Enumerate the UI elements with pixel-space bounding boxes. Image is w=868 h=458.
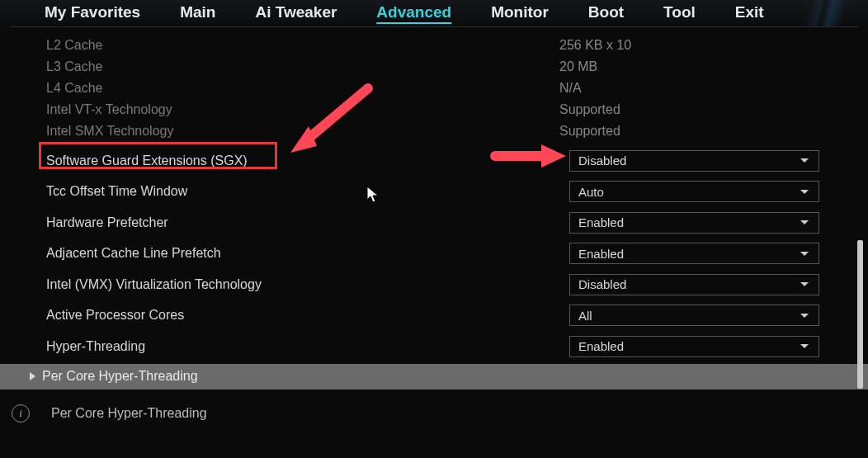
nav-main[interactable]: Main (160, 3, 235, 21)
nav-exit[interactable]: Exit (715, 3, 784, 21)
help-bar: i Per Core Hyper-Threading (0, 390, 868, 423)
info-label: L2 Cache (46, 38, 559, 53)
setting-label: Adjacent Cache Line Prefetch (46, 246, 569, 261)
nav-boot[interactable]: Boot (568, 3, 644, 21)
info-label: Intel VT-x Technology (46, 102, 559, 117)
dropdown-value: Disabled (578, 277, 626, 291)
nav-ai-tweaker[interactable]: Ai Tweaker (235, 3, 356, 21)
setting-label: Active Processor Cores (46, 308, 569, 323)
info-value: Supported (559, 102, 620, 117)
chevron-down-icon (800, 282, 809, 286)
content-area: L2 Cache 256 KB x 10 L3 Cache 20 MB L4 C… (0, 30, 868, 423)
dropdown-value: All (578, 309, 592, 323)
info-value: 256 KB x 10 (559, 38, 631, 53)
info-label: L4 Cache (46, 81, 559, 96)
info-value: N/A (559, 81, 582, 96)
setting-adj-cache: Adjacent Cache Line Prefetch Enabled (0, 238, 868, 270)
setting-label: Hyper-Threading (46, 339, 569, 354)
setting-label: Intel (VMX) Virtualization Technology (46, 277, 569, 292)
nav-monitor[interactable]: Monitor (471, 3, 568, 21)
submenu-per-core-ht[interactable]: Per Core Hyper-Threading (0, 364, 868, 390)
info-row-l4: L4 Cache N/A (0, 78, 868, 99)
tcc-dropdown[interactable]: Auto (569, 181, 819, 202)
submenu-label: Per Core Hyper-Threading (42, 369, 198, 384)
setting-sgx: Software Guard Extensions (SGX) Disabled (0, 145, 868, 177)
nav-advanced[interactable]: Advanced (356, 3, 471, 21)
setting-hw-prefetch: Hardware Prefetcher Enabled (0, 207, 868, 238)
info-row-smx: Intel SMX Technology Supported (0, 120, 868, 142)
info-row-l2: L2 Cache 256 KB x 10 (0, 35, 868, 56)
setting-label: Tcc Offset Time Window (46, 184, 569, 199)
setting-tcc: Tcc Offset Time Window Auto (0, 177, 868, 208)
info-row-vtx: Intel VT-x Technology Supported (0, 99, 868, 120)
info-label: L3 Cache (46, 59, 559, 74)
vmx-dropdown[interactable]: Disabled (569, 274, 819, 295)
info-value: 20 MB (559, 59, 597, 74)
chevron-down-icon (800, 344, 809, 348)
adj-cache-dropdown[interactable]: Enabled (569, 243, 819, 264)
dropdown-value: Disabled (578, 153, 626, 168)
info-label: Intel SMX Technology (46, 124, 559, 139)
hw-prefetch-dropdown[interactable]: Enabled (569, 212, 819, 234)
setting-vmx: Intel (VMX) Virtualization Technology Di… (0, 269, 868, 300)
setting-label: Hardware Prefetcher (46, 215, 569, 230)
chevron-down-icon (800, 252, 809, 256)
info-icon: i (12, 404, 30, 423)
chevron-down-icon (800, 158, 809, 163)
setting-cores: Active Processor Cores All (0, 300, 868, 332)
nav-decoration (769, 0, 868, 26)
sgx-dropdown[interactable]: Disabled (569, 150, 819, 172)
main-nav: My Favorites Main Ai Tweaker Advanced Mo… (0, 0, 868, 30)
setting-label: Software Guard Extensions (SGX) (46, 153, 569, 168)
chevron-down-icon (800, 314, 809, 318)
chevron-right-icon (30, 372, 35, 380)
chevron-down-icon (800, 220, 809, 224)
nav-divider (10, 26, 858, 27)
scrollbar[interactable] (857, 240, 863, 389)
cores-dropdown[interactable]: All (569, 305, 819, 326)
ht-dropdown[interactable]: Enabled (569, 336, 819, 357)
chevron-down-icon (800, 190, 809, 194)
dropdown-value: Auto (578, 185, 604, 199)
info-value: Supported (559, 124, 620, 139)
nav-tool[interactable]: Tool (644, 3, 715, 21)
nav-favorites[interactable]: My Favorites (25, 3, 160, 21)
dropdown-value: Enabled (578, 339, 624, 353)
info-row-l3: L3 Cache 20 MB (0, 56, 868, 78)
dropdown-value: Enabled (578, 247, 624, 261)
dropdown-value: Enabled (578, 215, 624, 229)
help-text: Per Core Hyper-Threading (51, 406, 207, 421)
setting-ht: Hyper-Threading Enabled (0, 331, 868, 362)
